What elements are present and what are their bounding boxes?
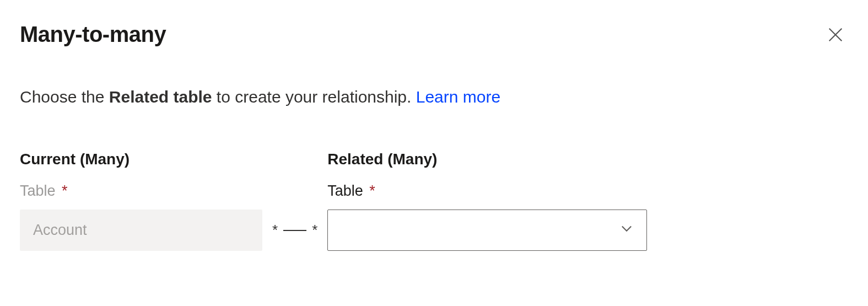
current-table-value: Account: [33, 222, 87, 239]
intro-text: Choose the Related table to create your …: [20, 88, 848, 106]
intro-prefix: Choose the: [20, 88, 109, 106]
dialog-header: Many-to-many: [20, 22, 848, 49]
close-button[interactable]: [823, 22, 848, 49]
current-heading: Current (Many): [20, 151, 262, 168]
related-table-label-text: Table: [327, 182, 363, 199]
current-table-label: Table *: [20, 182, 262, 200]
related-table-dropdown[interactable]: [327, 210, 647, 251]
connector-right-asterisk: *: [312, 222, 317, 239]
relationship-connector: * *: [262, 210, 327, 251]
related-heading: Related (Many): [327, 151, 647, 168]
connector-left-asterisk: *: [272, 222, 278, 239]
related-column: Related (Many) Table *: [327, 151, 647, 251]
close-icon: [826, 37, 845, 46]
current-table-input: Account: [20, 210, 262, 251]
current-column: Current (Many) Table * Account: [20, 151, 262, 251]
required-asterisk: *: [369, 182, 375, 199]
dialog-title: Many-to-many: [20, 22, 166, 47]
connector-line-icon: [283, 230, 306, 231]
current-table-label-text: Table: [20, 182, 56, 199]
related-table-label: Table *: [327, 182, 647, 200]
related-field-row: [327, 210, 647, 251]
intro-bold: Related table: [109, 88, 212, 106]
intro-suffix: to create your relationship.: [212, 88, 416, 106]
current-field-row: Account: [20, 210, 262, 251]
relationship-columns: Current (Many) Table * Account * * Relat…: [20, 151, 848, 251]
chevron-down-icon: [619, 221, 634, 240]
learn-more-link[interactable]: Learn more: [416, 88, 500, 106]
required-asterisk: *: [62, 182, 68, 199]
